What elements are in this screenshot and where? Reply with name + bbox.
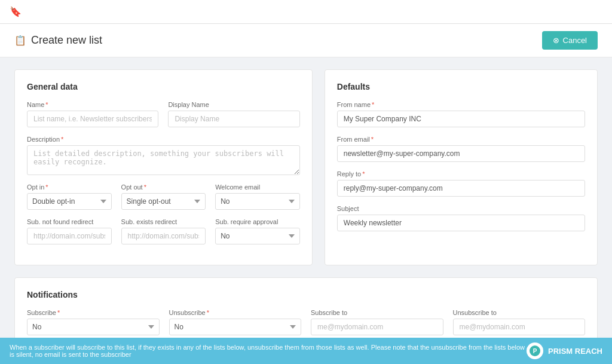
page-title-wrap: 📋 Create new list bbox=[14, 34, 102, 47]
prism-reach-label: PRISM REACH bbox=[548, 347, 602, 356]
opt-out-group: Opt out* Single opt-out Double opt-out bbox=[121, 183, 206, 210]
from-name-group: From name* bbox=[337, 101, 585, 127]
top-bar: 🔖 bbox=[0, 0, 612, 24]
name-input[interactable] bbox=[27, 111, 158, 127]
sub-not-found-group: Sub. not found redirect bbox=[27, 218, 112, 244]
sub-require-approval-label: Sub. require approval bbox=[215, 218, 300, 225]
sub-exists-group: Sub. exists redirect bbox=[121, 218, 206, 244]
subject-row: Subject bbox=[337, 205, 585, 231]
from-name-input[interactable] bbox=[337, 111, 585, 127]
notifications-title: Notifications bbox=[27, 290, 585, 299]
name-group: Name* bbox=[27, 101, 158, 127]
cancel-icon: ⊗ bbox=[553, 36, 559, 45]
general-data-title: General data bbox=[27, 82, 300, 91]
from-email-group: From email* bbox=[337, 136, 585, 162]
subscribe-to-input[interactable] bbox=[311, 319, 443, 335]
optin-row: Opt in* Double opt-in Single opt-in Opt … bbox=[27, 183, 300, 210]
subscribe-select[interactable]: No Yes bbox=[27, 319, 160, 335]
subject-group: Subject bbox=[337, 205, 585, 231]
subscribe-to-label: Subscribe to bbox=[311, 309, 443, 316]
info-bar-text: When a subscriber will subscribe to this… bbox=[10, 344, 527, 358]
unsubscribe-label: Unsubscribe* bbox=[169, 309, 302, 316]
from-email-input[interactable] bbox=[337, 145, 585, 162]
subscribe-label: Subscribe* bbox=[27, 309, 160, 316]
reply-to-group: Reply to* bbox=[337, 170, 585, 197]
unsubscribe-to-label: Unsubscribe to bbox=[453, 309, 586, 316]
reply-to-row: Reply to* bbox=[337, 170, 585, 197]
list-icon: 📋 bbox=[14, 35, 26, 46]
opt-out-label: Opt out* bbox=[121, 183, 206, 191]
from-name-row: From name* bbox=[337, 101, 585, 127]
prism-logo-icon: P bbox=[527, 342, 543, 359]
info-bar: When a subscriber will subscribe to this… bbox=[0, 338, 612, 364]
description-input[interactable] bbox=[27, 145, 300, 175]
description-row: Description* bbox=[27, 136, 300, 175]
subscribe-group: Subscribe* No Yes bbox=[27, 309, 160, 335]
sub-not-found-input[interactable] bbox=[27, 228, 112, 244]
reply-to-input[interactable] bbox=[337, 180, 585, 197]
display-name-label: Display Name bbox=[168, 101, 299, 108]
unsubscribe-to-input[interactable] bbox=[453, 319, 586, 335]
subject-input[interactable] bbox=[337, 215, 585, 231]
unsubscribe-to-group: Unsubscribe to bbox=[453, 309, 586, 335]
from-email-label: From email* bbox=[337, 136, 585, 143]
welcome-email-group: Welcome email No Yes bbox=[215, 183, 300, 210]
description-label: Description* bbox=[27, 136, 300, 143]
opt-in-group: Opt in* Double opt-in Single opt-in bbox=[27, 183, 112, 210]
unsubscribe-group: Unsubscribe* No Yes bbox=[169, 309, 302, 335]
defaults-title: Defaults bbox=[337, 82, 585, 91]
reply-to-label: Reply to* bbox=[337, 170, 585, 178]
page-header: 📋 Create new list ⊗ Cancel bbox=[0, 24, 612, 57]
sub-require-approval-select[interactable]: No Yes bbox=[215, 228, 300, 244]
prism-reach-logo: P PRISM REACH bbox=[527, 342, 602, 359]
bookmark-icon: 🔖 bbox=[10, 6, 22, 17]
opt-out-select[interactable]: Single opt-out Double opt-out bbox=[121, 193, 206, 210]
from-email-row: From email* bbox=[337, 136, 585, 162]
page-title: Create new list bbox=[31, 34, 102, 47]
display-name-input[interactable] bbox=[168, 111, 299, 127]
opt-in-label: Opt in* bbox=[27, 183, 112, 191]
subscribe-to-group: Subscribe to bbox=[311, 309, 443, 335]
sub-exists-input[interactable] bbox=[121, 228, 206, 244]
welcome-email-label: Welcome email bbox=[215, 183, 300, 191]
display-name-group: Display Name bbox=[168, 101, 299, 127]
sub-exists-label: Sub. exists redirect bbox=[121, 218, 206, 225]
name-row: Name* Display Name bbox=[27, 101, 300, 127]
general-data-card: General data Name* Display Name bbox=[14, 69, 313, 265]
cancel-button-label: Cancel bbox=[563, 36, 587, 45]
opt-in-select[interactable]: Double opt-in Single opt-in bbox=[27, 193, 112, 210]
unsubscribe-select[interactable]: No Yes bbox=[169, 319, 302, 335]
name-label: Name* bbox=[27, 101, 158, 108]
sub-not-found-label: Sub. not found redirect bbox=[27, 218, 112, 225]
redirect-row: Sub. not found redirect Sub. exists redi… bbox=[27, 218, 300, 244]
svg-text:P: P bbox=[533, 348, 537, 354]
from-name-label: From name* bbox=[337, 101, 585, 108]
sub-require-approval-group: Sub. require approval No Yes bbox=[215, 218, 300, 244]
description-group: Description* bbox=[27, 136, 300, 175]
notif-row: Subscribe* No Yes Unsubscribe* No Yes Su bbox=[27, 309, 585, 335]
welcome-email-select[interactable]: No Yes bbox=[215, 193, 300, 210]
subject-label: Subject bbox=[337, 205, 585, 212]
defaults-card: Defaults From name* From email* bbox=[325, 69, 598, 265]
cancel-button[interactable]: ⊗ Cancel bbox=[542, 31, 598, 50]
cards-row: General data Name* Display Name bbox=[14, 69, 598, 265]
main-content: General data Name* Display Name bbox=[0, 57, 612, 364]
